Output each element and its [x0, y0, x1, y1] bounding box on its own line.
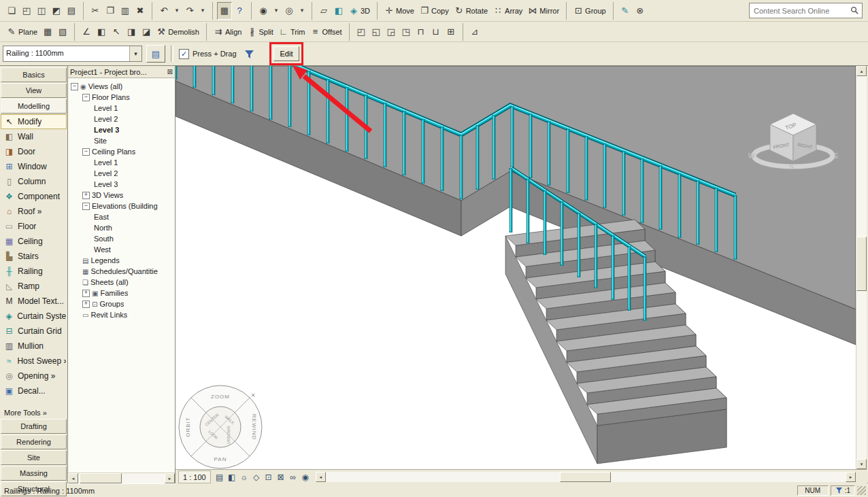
- shaded-view-icon[interactable]: ◧: [331, 2, 346, 20]
- tool-column[interactable]: ▯ Column: [1, 174, 67, 189]
- tree-expander-icon[interactable]: +: [82, 301, 90, 308]
- tree-item[interactable]: East: [68, 211, 175, 222]
- save-icon[interactable]: ◫: [34, 2, 49, 20]
- copy-to-clipboard-icon[interactable]: ◰: [354, 23, 369, 41]
- tree-item[interactable]: − ◉ Views (all): [68, 81, 175, 92]
- press-drag-checkbox[interactable]: ✓: [179, 49, 189, 59]
- tree-expander-icon[interactable]: +: [82, 192, 90, 199]
- compass-east-label[interactable]: E: [834, 152, 839, 160]
- properties-button[interactable]: ▤: [146, 45, 165, 63]
- tool-opening[interactable]: ◎ Opening »: [1, 369, 67, 383]
- panel-close-icon[interactable]: ⊠: [167, 68, 173, 75]
- wheel-dropdown-icon[interactable]: ▾: [271, 2, 282, 20]
- scroll-left-icon[interactable]: ◂: [68, 473, 78, 483]
- paintbrush-icon[interactable]: ✎: [618, 2, 633, 20]
- link-icon[interactable]: ⊗: [633, 2, 648, 20]
- zoom-dropdown-icon[interactable]: ▾: [297, 2, 307, 20]
- array-button[interactable]: ∷Array: [490, 2, 525, 20]
- 3d-scene[interactable]: W S E TOP FRONT RIGHT: [176, 66, 856, 469]
- type-selector-dropdown-icon[interactable]: ▾: [129, 46, 141, 61]
- linework-icon[interactable]: ↖: [109, 23, 124, 41]
- tool-roof[interactable]: ⌂ Roof »: [1, 204, 67, 219]
- detail-level-icon[interactable]: ▤: [214, 471, 226, 483]
- tool-curtain-system[interactable]: ◈ Curtain Syster: [1, 309, 67, 324]
- tree-item[interactable]: Site: [68, 135, 175, 146]
- shadows-icon[interactable]: ☼: [238, 471, 250, 483]
- tree-item[interactable]: + ⊡ Groups: [68, 298, 175, 309]
- wheel-rewind-segment[interactable]: REWIND: [251, 414, 257, 440]
- create-similar-icon[interactable]: ◲: [384, 23, 399, 41]
- more-tools-button[interactable]: More Tools »: [1, 407, 67, 419]
- type-selector[interactable]: Railing : 1100mm ▾: [3, 46, 142, 62]
- tool-ramp[interactable]: ◺ Ramp: [1, 279, 67, 294]
- selection-filter-indicator[interactable]: :1: [831, 485, 855, 496]
- rotate-button[interactable]: ↻Rotate: [452, 2, 490, 20]
- work-grid-icon[interactable]: ▦: [40, 23, 55, 41]
- wheel-zoom-segment[interactable]: ZOOM: [211, 394, 230, 400]
- undo-icon[interactable]: ↶: [156, 2, 171, 20]
- move-button[interactable]: ✛Move: [382, 2, 417, 20]
- edit-cut-profile-icon[interactable]: ◳: [399, 23, 414, 41]
- search-icon[interactable]: [850, 6, 859, 15]
- wheel-close-icon[interactable]: ✕: [251, 392, 256, 398]
- tab-site[interactable]: Site: [1, 450, 67, 465]
- default-3d-view-button[interactable]: ◈3D: [346, 2, 373, 20]
- join-geometry-icon[interactable]: ⊓: [414, 23, 429, 41]
- browser-horizontal-scrollbar[interactable]: ◂ ▸: [68, 473, 175, 483]
- print-icon[interactable]: ▤: [64, 2, 79, 20]
- offset-button[interactable]: ≡Offset: [307, 23, 344, 41]
- split-button[interactable]: ∦Split: [244, 23, 276, 41]
- tool-curtain-grid[interactable]: ⊟ Curtain Grid: [1, 324, 67, 339]
- paste-aligned-icon[interactable]: ◱: [369, 23, 384, 41]
- scroll-down-icon[interactable]: ▾: [856, 459, 867, 469]
- tree-item[interactable]: ▭ Revit Links: [68, 309, 175, 320]
- edit-button[interactable]: Edit: [273, 46, 300, 61]
- tree-item[interactable]: − Floor Plans: [68, 92, 175, 103]
- compass-south-label[interactable]: S: [789, 163, 794, 171]
- snap-icon[interactable]: ▧: [55, 23, 70, 41]
- split-face-icon[interactable]: ◪: [139, 23, 154, 41]
- tree-item[interactable]: + 3D Views: [68, 190, 175, 201]
- content-search-input[interactable]: [752, 6, 850, 16]
- graphics-history-icon[interactable]: ⊿: [467, 23, 482, 41]
- new-file-icon[interactable]: ❏: [4, 2, 19, 20]
- tab-drafting[interactable]: Drafting: [1, 419, 67, 434]
- tape-measure-icon[interactable]: ∠: [79, 23, 94, 41]
- tool-modify[interactable]: ↖ Modify: [1, 114, 67, 129]
- tree-expander-icon[interactable]: −: [82, 203, 90, 210]
- mirror-button[interactable]: ⋈Mirror: [525, 2, 562, 20]
- tree-item[interactable]: − Ceiling Plans: [68, 146, 175, 157]
- scroll-right-icon[interactable]: ▸: [846, 472, 856, 482]
- 3d-view-canvas[interactable]: W S E TOP FRONT RIGHT: [176, 66, 856, 469]
- tree-expander-icon[interactable]: −: [82, 94, 90, 101]
- save-as-icon[interactable]: ◩: [49, 2, 64, 20]
- tool-door[interactable]: ◨ Door: [1, 144, 67, 159]
- open-file-icon[interactable]: ◰: [19, 2, 34, 20]
- paste-icon[interactable]: ▥: [118, 2, 133, 20]
- tab-massing[interactable]: Massing: [1, 466, 67, 481]
- steering-wheel-icon[interactable]: ◉: [256, 2, 271, 20]
- tree-item[interactable]: Level 2: [68, 168, 175, 179]
- tool-railing[interactable]: ╫ Railing: [1, 264, 67, 279]
- tree-item[interactable]: Level 3: [68, 179, 175, 190]
- scroll-right-icon[interactable]: ▸: [165, 473, 175, 483]
- render-icon[interactable]: ◇: [250, 471, 263, 483]
- tree-item[interactable]: ❏ Sheets (all): [68, 277, 175, 288]
- tree-item[interactable]: − Elevations (Building: [68, 201, 175, 211]
- scroll-up-icon[interactable]: ▴: [856, 66, 867, 76]
- cut-icon[interactable]: ✂: [88, 2, 103, 20]
- redo-icon[interactable]: ↷: [182, 2, 197, 20]
- copy-tool-button[interactable]: ❐Copy: [417, 2, 452, 20]
- wheel-updown-segment[interactable]: UP/DOWN: [227, 426, 231, 445]
- tree-item[interactable]: ▤ Legends: [68, 255, 175, 266]
- tab-rendering[interactable]: Rendering: [1, 434, 67, 449]
- tab-basics[interactable]: Basics: [1, 67, 67, 82]
- tool-model-text[interactable]: M Model Text...: [1, 294, 67, 309]
- tree-item[interactable]: Level 3: [68, 124, 175, 135]
- reveal-hidden-icon[interactable]: ◉: [299, 471, 312, 483]
- wheel-orbit-segment[interactable]: ORBIT: [185, 417, 191, 436]
- scrollbar-thumb[interactable]: [560, 472, 611, 482]
- tree-item[interactable]: ▦ Schedules/Quantitie: [68, 266, 175, 277]
- tree-item[interactable]: South: [68, 233, 175, 244]
- tool-window[interactable]: ⊞ Window: [1, 159, 67, 174]
